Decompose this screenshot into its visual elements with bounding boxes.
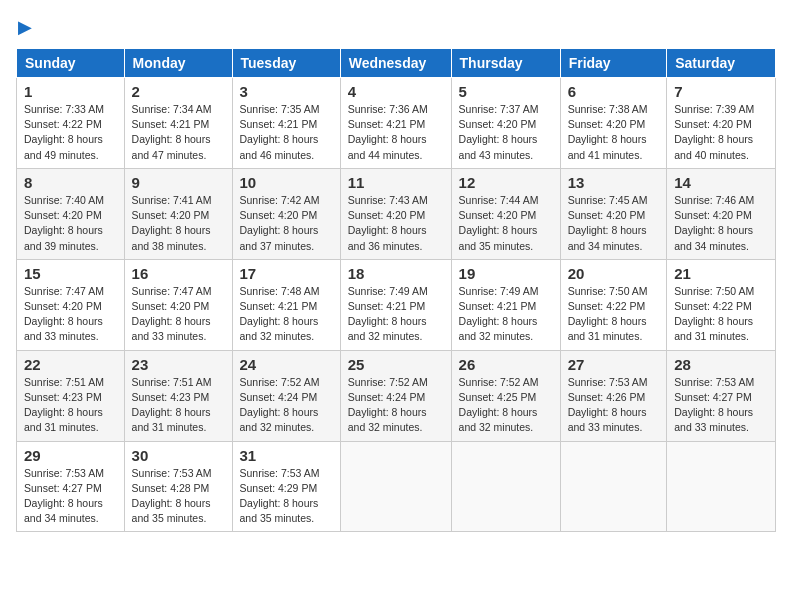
- logo: ▶: [16, 16, 32, 38]
- day-detail: Sunrise: 7:53 AM Sunset: 4:28 PM Dayligh…: [132, 466, 225, 527]
- calendar-cell: 11Sunrise: 7:43 AM Sunset: 4:20 PM Dayli…: [340, 168, 451, 259]
- calendar-table: SundayMondayTuesdayWednesdayThursdayFrid…: [16, 48, 776, 532]
- calendar-header-monday: Monday: [124, 49, 232, 78]
- day-number: 25: [348, 356, 444, 373]
- calendar-cell: 23Sunrise: 7:51 AM Sunset: 4:23 PM Dayli…: [124, 350, 232, 441]
- day-detail: Sunrise: 7:48 AM Sunset: 4:21 PM Dayligh…: [240, 284, 333, 345]
- calendar-week-row: 15Sunrise: 7:47 AM Sunset: 4:20 PM Dayli…: [17, 259, 776, 350]
- calendar-cell: 22Sunrise: 7:51 AM Sunset: 4:23 PM Dayli…: [17, 350, 125, 441]
- calendar-cell: 24Sunrise: 7:52 AM Sunset: 4:24 PM Dayli…: [232, 350, 340, 441]
- day-number: 17: [240, 265, 333, 282]
- calendar-cell: 30Sunrise: 7:53 AM Sunset: 4:28 PM Dayli…: [124, 441, 232, 532]
- day-detail: Sunrise: 7:37 AM Sunset: 4:20 PM Dayligh…: [459, 102, 553, 163]
- day-number: 16: [132, 265, 225, 282]
- calendar-cell: 12Sunrise: 7:44 AM Sunset: 4:20 PM Dayli…: [451, 168, 560, 259]
- calendar-cell: 18Sunrise: 7:49 AM Sunset: 4:21 PM Dayli…: [340, 259, 451, 350]
- calendar-cell: 10Sunrise: 7:42 AM Sunset: 4:20 PM Dayli…: [232, 168, 340, 259]
- calendar-header-wednesday: Wednesday: [340, 49, 451, 78]
- day-detail: Sunrise: 7:45 AM Sunset: 4:20 PM Dayligh…: [568, 193, 660, 254]
- calendar-header-thursday: Thursday: [451, 49, 560, 78]
- day-detail: Sunrise: 7:49 AM Sunset: 4:21 PM Dayligh…: [348, 284, 444, 345]
- day-detail: Sunrise: 7:52 AM Sunset: 4:24 PM Dayligh…: [240, 375, 333, 436]
- day-detail: Sunrise: 7:50 AM Sunset: 4:22 PM Dayligh…: [568, 284, 660, 345]
- calendar-cell: 29Sunrise: 7:53 AM Sunset: 4:27 PM Dayli…: [17, 441, 125, 532]
- day-detail: Sunrise: 7:38 AM Sunset: 4:20 PM Dayligh…: [568, 102, 660, 163]
- day-detail: Sunrise: 7:53 AM Sunset: 4:27 PM Dayligh…: [674, 375, 768, 436]
- day-detail: Sunrise: 7:51 AM Sunset: 4:23 PM Dayligh…: [132, 375, 225, 436]
- day-detail: Sunrise: 7:47 AM Sunset: 4:20 PM Dayligh…: [132, 284, 225, 345]
- day-detail: Sunrise: 7:53 AM Sunset: 4:27 PM Dayligh…: [24, 466, 117, 527]
- calendar-cell: [451, 441, 560, 532]
- day-detail: Sunrise: 7:52 AM Sunset: 4:25 PM Dayligh…: [459, 375, 553, 436]
- calendar-cell: 26Sunrise: 7:52 AM Sunset: 4:25 PM Dayli…: [451, 350, 560, 441]
- calendar-cell: [340, 441, 451, 532]
- day-number: 3: [240, 83, 333, 100]
- day-number: 6: [568, 83, 660, 100]
- page-header: ▶: [16, 16, 776, 38]
- day-number: 8: [24, 174, 117, 191]
- calendar-week-row: 29Sunrise: 7:53 AM Sunset: 4:27 PM Dayli…: [17, 441, 776, 532]
- calendar-cell: 14Sunrise: 7:46 AM Sunset: 4:20 PM Dayli…: [667, 168, 776, 259]
- logo-bird-icon: ▶: [18, 16, 32, 38]
- day-detail: Sunrise: 7:47 AM Sunset: 4:20 PM Dayligh…: [24, 284, 117, 345]
- calendar-cell: 25Sunrise: 7:52 AM Sunset: 4:24 PM Dayli…: [340, 350, 451, 441]
- day-number: 10: [240, 174, 333, 191]
- day-detail: Sunrise: 7:53 AM Sunset: 4:26 PM Dayligh…: [568, 375, 660, 436]
- calendar-cell: 21Sunrise: 7:50 AM Sunset: 4:22 PM Dayli…: [667, 259, 776, 350]
- day-number: 24: [240, 356, 333, 373]
- calendar-cell: 7Sunrise: 7:39 AM Sunset: 4:20 PM Daylig…: [667, 78, 776, 169]
- day-number: 15: [24, 265, 117, 282]
- day-number: 12: [459, 174, 553, 191]
- day-number: 22: [24, 356, 117, 373]
- day-detail: Sunrise: 7:42 AM Sunset: 4:20 PM Dayligh…: [240, 193, 333, 254]
- day-number: 28: [674, 356, 768, 373]
- day-detail: Sunrise: 7:51 AM Sunset: 4:23 PM Dayligh…: [24, 375, 117, 436]
- day-number: 20: [568, 265, 660, 282]
- calendar-week-row: 8Sunrise: 7:40 AM Sunset: 4:20 PM Daylig…: [17, 168, 776, 259]
- day-number: 31: [240, 447, 333, 464]
- day-number: 23: [132, 356, 225, 373]
- calendar-cell: 16Sunrise: 7:47 AM Sunset: 4:20 PM Dayli…: [124, 259, 232, 350]
- calendar-cell: 15Sunrise: 7:47 AM Sunset: 4:20 PM Dayli…: [17, 259, 125, 350]
- day-detail: Sunrise: 7:44 AM Sunset: 4:20 PM Dayligh…: [459, 193, 553, 254]
- day-number: 2: [132, 83, 225, 100]
- calendar-cell: 31Sunrise: 7:53 AM Sunset: 4:29 PM Dayli…: [232, 441, 340, 532]
- day-detail: Sunrise: 7:40 AM Sunset: 4:20 PM Dayligh…: [24, 193, 117, 254]
- day-number: 1: [24, 83, 117, 100]
- day-number: 18: [348, 265, 444, 282]
- calendar-cell: 6Sunrise: 7:38 AM Sunset: 4:20 PM Daylig…: [560, 78, 667, 169]
- day-detail: Sunrise: 7:34 AM Sunset: 4:21 PM Dayligh…: [132, 102, 225, 163]
- day-detail: Sunrise: 7:52 AM Sunset: 4:24 PM Dayligh…: [348, 375, 444, 436]
- calendar-header-friday: Friday: [560, 49, 667, 78]
- day-number: 13: [568, 174, 660, 191]
- day-detail: Sunrise: 7:49 AM Sunset: 4:21 PM Dayligh…: [459, 284, 553, 345]
- day-number: 26: [459, 356, 553, 373]
- day-number: 7: [674, 83, 768, 100]
- calendar-cell: 9Sunrise: 7:41 AM Sunset: 4:20 PM Daylig…: [124, 168, 232, 259]
- calendar-header-tuesday: Tuesday: [232, 49, 340, 78]
- calendar-cell: 17Sunrise: 7:48 AM Sunset: 4:21 PM Dayli…: [232, 259, 340, 350]
- calendar-week-row: 1Sunrise: 7:33 AM Sunset: 4:22 PM Daylig…: [17, 78, 776, 169]
- day-detail: Sunrise: 7:43 AM Sunset: 4:20 PM Dayligh…: [348, 193, 444, 254]
- calendar-header-row: SundayMondayTuesdayWednesdayThursdayFrid…: [17, 49, 776, 78]
- day-detail: Sunrise: 7:41 AM Sunset: 4:20 PM Dayligh…: [132, 193, 225, 254]
- day-detail: Sunrise: 7:50 AM Sunset: 4:22 PM Dayligh…: [674, 284, 768, 345]
- day-number: 9: [132, 174, 225, 191]
- day-number: 21: [674, 265, 768, 282]
- day-number: 19: [459, 265, 553, 282]
- calendar-cell: 3Sunrise: 7:35 AM Sunset: 4:21 PM Daylig…: [232, 78, 340, 169]
- calendar-cell: 8Sunrise: 7:40 AM Sunset: 4:20 PM Daylig…: [17, 168, 125, 259]
- calendar-cell: 28Sunrise: 7:53 AM Sunset: 4:27 PM Dayli…: [667, 350, 776, 441]
- calendar-cell: 1Sunrise: 7:33 AM Sunset: 4:22 PM Daylig…: [17, 78, 125, 169]
- day-number: 30: [132, 447, 225, 464]
- calendar-week-row: 22Sunrise: 7:51 AM Sunset: 4:23 PM Dayli…: [17, 350, 776, 441]
- day-detail: Sunrise: 7:35 AM Sunset: 4:21 PM Dayligh…: [240, 102, 333, 163]
- day-detail: Sunrise: 7:53 AM Sunset: 4:29 PM Dayligh…: [240, 466, 333, 527]
- calendar-cell: [560, 441, 667, 532]
- calendar-cell: 4Sunrise: 7:36 AM Sunset: 4:21 PM Daylig…: [340, 78, 451, 169]
- calendar-header-sunday: Sunday: [17, 49, 125, 78]
- day-number: 29: [24, 447, 117, 464]
- day-number: 5: [459, 83, 553, 100]
- day-number: 4: [348, 83, 444, 100]
- day-detail: Sunrise: 7:33 AM Sunset: 4:22 PM Dayligh…: [24, 102, 117, 163]
